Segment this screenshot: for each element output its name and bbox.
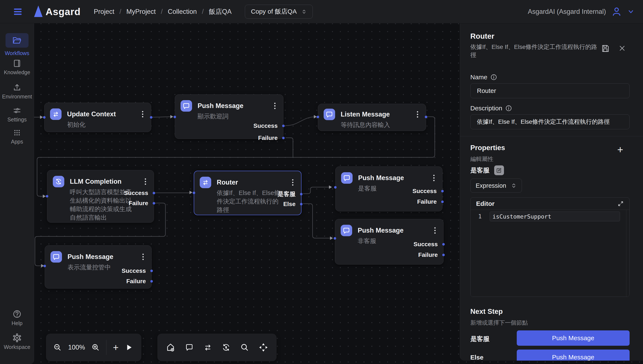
node-menu-button[interactable]	[431, 225, 439, 234]
editor-line-number: 1	[478, 212, 482, 221]
node-menu-button[interactable]	[139, 108, 146, 117]
node-menu-button[interactable]	[271, 100, 279, 109]
hamburger-menu-icon[interactable]	[13, 7, 23, 16]
node-menu-button[interactable]	[414, 109, 421, 118]
add-node-button[interactable]: +	[113, 342, 119, 353]
sidebar-item-help[interactable]: Help	[0, 310, 34, 326]
breadcrumb-item-current[interactable]: 飯店QA	[209, 7, 232, 16]
input-port[interactable]	[43, 116, 46, 119]
breadcrumb-item-collection[interactable]: Collection	[168, 8, 197, 16]
move-select-icon[interactable]	[259, 343, 268, 352]
chat-bubble-icon	[324, 109, 335, 120]
editor-header: Editor	[471, 198, 629, 210]
sidebar-item-workflows[interactable]	[6, 33, 29, 48]
sliders-icon	[0, 106, 34, 115]
description-input[interactable]	[470, 114, 629, 129]
workflow-selector-dropdown[interactable]: Copy of 飯店QA	[245, 5, 313, 19]
next-step-button-else[interactable]: Push Message	[517, 350, 629, 360]
output-port-else[interactable]	[300, 203, 303, 206]
output-label-failure: Failure	[258, 134, 278, 142]
name-input[interactable]	[470, 83, 629, 98]
next-step-button-is-cs[interactable]: Push Message	[517, 330, 629, 346]
node-llm-completion[interactable]: LLM Completion 呼叫大型語言模型並產生結構化的資料輸出以輔助流程的…	[47, 170, 154, 222]
expand-icon[interactable]	[617, 200, 624, 207]
breadcrumb-item-project[interactable]: Project	[94, 8, 114, 16]
swap-arrows-icon	[50, 108, 62, 120]
output-port-is-cs[interactable]	[300, 193, 303, 196]
zoom-out-icon[interactable]	[53, 343, 62, 352]
node-menu-button[interactable]	[139, 251, 147, 260]
node-push-message-throttle[interactable]: Push Message 表示流量控管中 Success Failure	[45, 245, 152, 288]
output-port-failure[interactable]	[153, 202, 155, 204]
output-port-failure[interactable]	[150, 280, 153, 282]
add-property-button[interactable]: +	[617, 144, 623, 156]
node-router[interactable]: Router 依據If、Else If、Else條件決定工作流程執行的路徑 是客…	[194, 171, 302, 215]
node-title: Listen Message	[341, 109, 414, 120]
sidebar-item-workflows-label[interactable]: Workflows	[0, 48, 34, 56]
property-type-value: Expression	[476, 182, 506, 189]
output-port-failure[interactable]	[441, 200, 444, 203]
search-icon[interactable]	[240, 343, 249, 352]
editor-scrollbar[interactable]	[626, 210, 626, 296]
node-title: Push Message	[358, 225, 431, 236]
next-step-subtitle: 新增或選擇下一個節點	[470, 319, 528, 326]
input-port[interactable]	[46, 195, 48, 198]
output-port-failure[interactable]	[442, 254, 445, 256]
chevron-down-icon[interactable]	[627, 8, 634, 15]
input-port[interactable]	[334, 237, 336, 240]
folder-icon	[12, 36, 22, 45]
panel-title: Router	[470, 32, 494, 40]
node-push-message-welcome[interactable]: Push Message 顯示歡迎詞 Success Failure	[175, 94, 283, 139]
breadcrumb-item-myproject[interactable]: MyProject	[126, 8, 156, 16]
editor-code-text: isCustomerSupport	[490, 213, 551, 220]
save-icon[interactable]	[601, 44, 609, 53]
sidebar-item-settings[interactable]: Settings	[0, 106, 34, 123]
message-node-icon[interactable]	[185, 343, 194, 352]
editor-code-area[interactable]: 1 isCustomerSupport	[471, 210, 629, 296]
panel-description: 依據If、Else If、Else條件決定工作流程執行的路徑	[470, 43, 598, 59]
input-port[interactable]	[334, 186, 337, 188]
node-push-message-not-cs[interactable]: Push Message 非客服 Success Failure	[335, 219, 444, 264]
sidebar-item-knowledge[interactable]: Knowledge	[0, 59, 34, 76]
sidebar-item-environment[interactable]: Environment	[0, 83, 34, 100]
edit-property-icon[interactable]	[494, 166, 504, 175]
zoom-in-icon[interactable]	[91, 343, 100, 352]
output-port[interactable]	[425, 116, 427, 118]
info-icon	[490, 74, 497, 80]
llm-node-icon[interactable]	[222, 343, 231, 352]
input-port[interactable]	[317, 116, 319, 118]
account-label: AsgardAI (Asgard Internal)	[528, 8, 606, 16]
input-port[interactable]	[173, 116, 176, 118]
node-listen-message[interactable]: Listen Message 等待訊息內容輸入	[318, 104, 426, 131]
input-port[interactable]	[193, 192, 195, 194]
output-port-failure[interactable]	[282, 137, 285, 139]
section-divider	[460, 136, 643, 136]
output-label-is-cs: 是客服	[278, 190, 296, 198]
run-workflow-button[interactable]	[125, 344, 133, 351]
brand-name: Asgard	[46, 6, 81, 18]
node-push-message-cs[interactable]: Push Message 是客服 Success Failure	[335, 166, 443, 211]
node-menu-button[interactable]	[142, 176, 149, 185]
expression-editor: Editor 1 isCustomerSupport	[470, 197, 629, 297]
sidebar-item-apps[interactable]: Apps	[0, 128, 34, 145]
output-port-success[interactable]	[150, 270, 153, 272]
output-port-success[interactable]	[441, 190, 444, 192]
input-port[interactable]	[44, 265, 46, 267]
node-subtitle: 依據If、Else If、Else條件決定工作流程執行的路徑	[217, 188, 284, 214]
output-port[interactable]	[150, 116, 152, 119]
add-home-node-icon[interactable]	[166, 343, 175, 352]
output-port-success[interactable]	[153, 192, 155, 194]
node-menu-button[interactable]	[430, 172, 438, 181]
close-icon[interactable]	[618, 45, 626, 52]
swap-node-icon[interactable]	[203, 343, 212, 352]
output-label-success: Success	[413, 241, 438, 248]
editor-active-line[interactable]: isCustomerSupport	[490, 212, 620, 221]
node-menu-button[interactable]	[289, 177, 296, 186]
output-label-success: Success	[412, 188, 437, 194]
property-type-select[interactable]: Expression	[470, 178, 522, 193]
sidebar-item-workspace[interactable]: Workspace	[0, 334, 34, 350]
user-icon[interactable]	[611, 6, 622, 17]
output-port-success[interactable]	[442, 243, 445, 246]
node-update-context[interactable]: Update Context 初始化	[44, 103, 151, 132]
output-port-success[interactable]	[282, 124, 285, 127]
